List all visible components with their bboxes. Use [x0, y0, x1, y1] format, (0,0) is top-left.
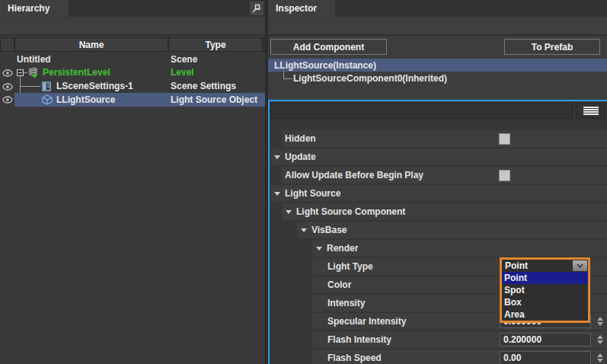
tab-inspector[interactable]: Inspector — [268, 0, 335, 17]
flash-intensity-field[interactable]: 0.200000 — [500, 333, 591, 346]
inspector-toolbar-empty — [268, 18, 607, 36]
property-label: Hidden — [285, 133, 316, 144]
add-component-button[interactable]: Add Component — [270, 39, 387, 55]
flash-intensity-stepper[interactable] — [596, 333, 605, 346]
flash-speed-field[interactable]: 0.00 — [500, 351, 591, 364]
to-prefab-button[interactable]: To Prefab — [504, 39, 600, 55]
tree-row-type: Level — [171, 67, 194, 78]
tree-row-name: PersistentLevel — [43, 67, 110, 78]
inspector-row-component[interactable]: LightSourceComponent0(Inherited) — [293, 72, 447, 85]
expander-minus-icon[interactable] — [17, 69, 24, 76]
tree-row-name: LLightSource — [56, 94, 115, 105]
category-row-update[interactable]: Update — [270, 148, 607, 165]
tree-line — [283, 78, 292, 79]
allow-update-checkbox[interactable] — [499, 170, 510, 181]
scene-settings-icon — [42, 81, 52, 91]
tree-row-persistentlevel[interactable]: PersistentLevel Level — [0, 66, 265, 79]
chevron-down-icon — [301, 228, 307, 232]
property-filter-input[interactable] — [270, 103, 573, 119]
flash-speed-stepper[interactable] — [596, 351, 605, 364]
hidden-checkbox[interactable] — [499, 133, 510, 145]
tree-row-type: Light Source Object — [171, 94, 257, 105]
hierarchy-tree: Untitled Scene PersistentLevel Level — [0, 52, 265, 364]
eye-icon[interactable] — [2, 96, 13, 104]
hierarchy-toolbar-empty — [0, 18, 265, 36]
category-label: Light Source Component — [296, 206, 405, 217]
add-component-label: Add Component — [293, 42, 364, 53]
inspector-row-component-label: LightSourceComponent0(Inherited) — [293, 73, 447, 84]
inspector-row-instance[interactable]: LLightSource(Instance) — [268, 59, 607, 72]
tree-row-name: Untitled — [17, 54, 51, 65]
layers-add-icon — [27, 67, 40, 78]
column-header-type[interactable]: Type — [168, 37, 263, 52]
tree-row-type: Scene — [171, 54, 197, 65]
category-label: Update — [285, 152, 316, 162]
tree-row-llightsource[interactable]: LLightSource Light Source Object — [0, 93, 265, 107]
property-label: Color — [327, 279, 351, 290]
spin-up-icon[interactable] — [597, 317, 603, 321]
property-label: Flash Intensity — [327, 334, 391, 345]
category-label: Light Source — [285, 188, 340, 199]
property-label: Flash Speed — [327, 353, 382, 363]
inspector-row-instance-label: LLightSource(Instance) — [274, 60, 376, 71]
column-header-name[interactable]: Name — [14, 37, 168, 52]
tab-inspector-label: Inspector — [276, 3, 317, 14]
spin-down-icon[interactable] — [597, 359, 603, 362]
specular-intensity-stepper[interactable] — [596, 315, 605, 328]
chevron-down-icon — [274, 192, 280, 196]
spin-up-icon[interactable] — [597, 335, 603, 339]
category-label: Render — [327, 243, 358, 254]
category-row-render[interactable]: Render — [270, 240, 607, 257]
tree-row-name: LSceneSettings-1 — [56, 81, 133, 91]
eye-icon[interactable] — [2, 69, 13, 77]
spin-down-icon[interactable] — [597, 340, 603, 344]
category-row-light-source[interactable]: Light Source — [270, 185, 607, 202]
column-header-type-label: Type — [205, 40, 225, 50]
property-row-hidden: Hidden — [270, 130, 607, 147]
tab-hierarchy-label: Hierarchy — [8, 3, 50, 14]
to-prefab-label: To Prefab — [532, 42, 573, 53]
chevron-down-icon[interactable] — [573, 260, 587, 271]
pin-icon-glyph — [252, 4, 261, 13]
dropdown-option-spot[interactable]: Spot — [502, 284, 588, 296]
property-panel: Hidden Update Allow Update Before Begin … — [268, 100, 607, 364]
property-label: Allow Update Before Begin Play — [285, 170, 423, 180]
spin-down-icon[interactable] — [597, 322, 603, 326]
tree-row-lscenesettings[interactable]: LSceneSettings-1 Scene Settings — [0, 80, 265, 93]
property-row-flash-speed: Flash Speed 0.00 — [270, 350, 607, 364]
tree-row-type: Scene Settings — [171, 81, 236, 91]
property-label: Light Type — [327, 261, 373, 272]
column-header-name-label: Name — [79, 40, 104, 50]
chevron-down-icon — [286, 210, 292, 214]
light-type-dropdown-value[interactable]: Point — [502, 260, 588, 272]
category-row-visbase[interactable]: VisBase — [270, 222, 607, 238]
category-row-light-source-component[interactable]: Light Source Component — [270, 203, 607, 220]
property-row-allow-update: Allow Update Before Begin Play — [270, 167, 607, 184]
chevron-down-icon — [316, 247, 322, 251]
property-row-flash-intensity: Flash Intensity 0.200000 — [270, 331, 607, 348]
pin-icon[interactable] — [250, 2, 264, 15]
dropdown-option-box[interactable]: Box — [502, 296, 588, 308]
property-label: Specular Intensity — [327, 316, 406, 327]
dropdown-option-point[interactable]: Point — [502, 272, 588, 284]
cube-icon — [42, 94, 53, 105]
menu-icon[interactable] — [576, 103, 605, 119]
column-header-visibility[interactable] — [0, 37, 14, 52]
tab-hierarchy[interactable]: Hierarchy — [0, 0, 69, 17]
dropdown-option-area[interactable]: Area — [502, 308, 588, 321]
eye-icon[interactable] — [2, 83, 13, 91]
light-type-dropdown[interactable]: Point Point Spot Box Area — [500, 257, 590, 323]
tree-row-untitled[interactable]: Untitled Scene — [0, 53, 265, 66]
chevron-down-icon — [274, 155, 280, 159]
editor-window: Hierarchy Inspector Name Type Untitled S… — [0, 0, 607, 364]
property-label: Intensity — [327, 298, 365, 308]
category-label: VisBase — [311, 225, 347, 235]
spin-up-icon[interactable] — [597, 353, 603, 357]
